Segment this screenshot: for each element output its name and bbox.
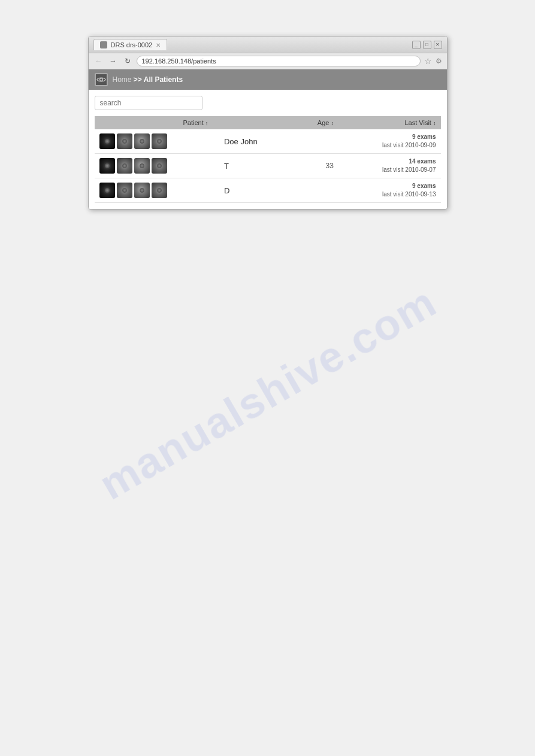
thumbnail-cell [95,154,219,178]
eye-icon [96,77,106,83]
patient-visit-info: 9 examslast visit 2010-09-09 [338,129,441,154]
lastvisit-sort-icon: ↕ [433,120,436,126]
tab-icon [100,41,107,48]
app-content: Patient ↑ Age ↕ Last Visit ↕ [89,90,447,209]
back-button[interactable]: ← [93,56,104,66]
browser-tab[interactable]: DRS drs-0002 ✕ [93,39,168,50]
eye-thumbnail [152,133,167,149]
patient-age [297,178,338,203]
settings-icon[interactable]: ⚙ [436,57,442,65]
col-header-age[interactable]: Age ↕ [297,116,338,129]
reload-button[interactable]: ↻ [122,56,133,66]
window-controls: _ □ ✕ [412,41,442,49]
eye-thumbnail [117,183,132,198]
table-header-row: Patient ↑ Age ↕ Last Visit ↕ [95,116,441,129]
table-row[interactable]: D9 examslast visit 2010-09-13 [95,178,441,203]
eye-thumbnail [117,158,132,174]
search-input[interactable] [95,96,202,110]
patient-name: T [219,154,297,178]
app-logo [95,73,108,86]
tab-close-icon[interactable]: ✕ [156,42,161,48]
browser-addressbar: ← → ↻ 192.168.250.148/patients ☆ ⚙ [89,53,447,69]
svg-point-0 [99,78,102,81]
thumbnails-container [99,133,214,149]
browser-titlebar: DRS drs-0002 ✕ _ □ ✕ [89,37,447,53]
eye-thumbnail [152,158,167,174]
patient-visit-info: 9 examslast visit 2010-09-13 [338,178,441,203]
minimize-button[interactable]: _ [412,41,421,49]
bookmark-icon[interactable]: ☆ [424,56,432,66]
patient-name: Doe John [219,129,297,154]
eye-thumbnail [99,133,115,149]
maximize-button[interactable]: □ [423,41,431,49]
eye-thumbnail [99,158,115,174]
table-row[interactable]: T3314 examslast visit 2010-09-07 [95,154,441,178]
patient-age: 33 [297,154,338,178]
breadcrumb-home[interactable]: Home [113,75,132,84]
breadcrumb-current: All Patients [144,75,183,84]
browser-window: DRS drs-0002 ✕ _ □ ✕ ← → ↻ 192.168.250.1… [88,36,448,210]
col-header-patient[interactable]: Patient ↑ [95,116,297,129]
tab-title: DRS drs-0002 [111,41,153,48]
eye-thumbnail [134,158,150,174]
breadcrumb-separator: >> [134,75,144,84]
eye-thumbnail [134,183,150,198]
eye-thumbnail [99,183,115,198]
patient-name: D [219,178,297,203]
forward-button[interactable]: → [108,56,119,66]
address-bar[interactable]: 192.168.250.148/patients [137,56,421,66]
thumbnails-container [99,158,214,174]
close-button[interactable]: ✕ [434,41,442,49]
thumbnail-cell [95,129,219,154]
eye-thumbnail [117,133,132,149]
thumbnails-container [99,183,214,198]
table-row[interactable]: Doe John9 examslast visit 2010-09-09 [95,129,441,154]
eye-thumbnail [134,133,150,149]
patient-sort-icon: ↑ [205,120,208,126]
app-header: Home >> All Patients [89,69,447,90]
col-header-lastvisit[interactable]: Last Visit ↕ [338,116,441,129]
age-sort-icon: ↕ [331,120,334,126]
eye-thumbnail [152,183,167,198]
thumbnail-cell [95,178,219,203]
patient-age [297,129,338,154]
breadcrumb: Home >> All Patients [113,75,183,84]
patient-visit-info: 14 examslast visit 2010-09-07 [338,154,441,178]
patients-table: Patient ↑ Age ↕ Last Visit ↕ [95,116,441,203]
